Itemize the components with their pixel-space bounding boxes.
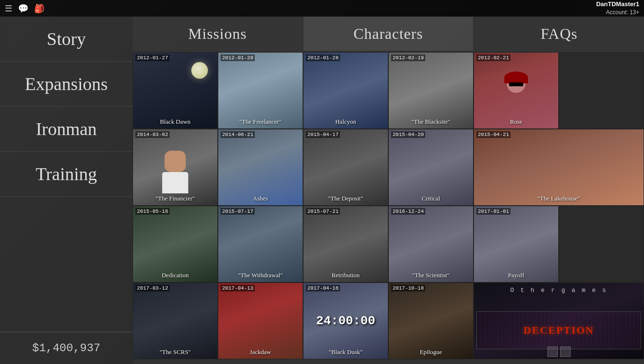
other-games-title: O t h e r g a m e s [474, 287, 644, 294]
empty-slot-2 [559, 206, 644, 282]
mission-blackdusk[interactable]: 2017-04-16 24:00:00 "Black Dusk" [303, 282, 388, 359]
tab-characters[interactable]: Characters [304, 17, 474, 51]
mission-payoff[interactable]: 2017-01-01 Payoff [474, 206, 559, 282]
top-bar: ☰ 💬 🎒 DanTDMaster1 Account: 13+ [0, 0, 644, 17]
timer: 24:00:00 [316, 314, 376, 328]
tab-missions[interactable]: Missions [133, 17, 304, 51]
mission-halcyon[interactable]: 2012-01-28 Halcyon [303, 52, 388, 129]
menu-icon[interactable]: ☰ [5, 3, 12, 14]
balance-display: $1,400,937 [0, 332, 133, 364]
user-info: DanTDMaster1 Account: 13+ [596, 0, 639, 17]
sidebar-item-training[interactable]: Training [0, 152, 133, 197]
username: DanTDMaster1 [596, 0, 639, 9]
mission-financier[interactable]: 2014-03-02 "The Financier" [133, 129, 218, 206]
deception-logo[interactable]: DECEPTION [476, 311, 641, 349]
mission-dedication[interactable]: 2015-05-16 Dedication [133, 206, 218, 282]
sidebar: Story Expansions Ironman Training $1,400… [0, 17, 133, 364]
backpack-icon[interactable]: 🎒 [34, 3, 45, 14]
mission-freelancer[interactable]: 2012-01-28 "The Freelancer" [218, 52, 303, 129]
mission-epilogue[interactable]: 2017-10-18 Epilogue [388, 282, 474, 359]
mission-jackdaw[interactable]: 2017-04-13 Jackdaw [218, 282, 303, 359]
empty-slot-1 [559, 52, 644, 129]
mission-rose[interactable]: 2012-02-21 Rose [474, 52, 559, 129]
mission-grid: 2012-01-27 Black Dawn 2012-01-28 "The Fr… [133, 52, 644, 364]
mission-retribution[interactable]: 2015-07-21 Retribution [303, 206, 388, 282]
tab-faqs[interactable]: FAQs [474, 17, 644, 51]
deception-title: DECEPTION [524, 324, 594, 337]
top-bar-icons: ☰ 💬 🎒 [5, 3, 45, 14]
icon-box-1[interactable] [547, 346, 558, 357]
mission-scrs[interactable]: 2017-03-12 "The SCRS" [133, 282, 218, 359]
small-icons [474, 346, 644, 357]
sidebar-item-story[interactable]: Story [0, 17, 133, 62]
mission-blacksite[interactable]: 2012-02-19 "The Blacksite" [388, 52, 474, 129]
mission-critical[interactable]: 2015-04-20 Critical [388, 129, 474, 206]
mission-deposit[interactable]: 2015-04-17 "The Deposit" [303, 129, 388, 206]
mission-black-dawn[interactable]: 2012-01-27 Black Dawn [133, 52, 218, 129]
icon-box-2[interactable] [560, 346, 571, 357]
mission-withdrawal[interactable]: 2015-07-17 "The Withdrawal" [218, 206, 303, 282]
sidebar-item-ironman[interactable]: Ironman [0, 107, 133, 152]
account-info: Account: 13+ [596, 9, 639, 17]
mission-ashes[interactable]: 2014-06-21 Ashes [218, 129, 303, 206]
sidebar-item-expansions[interactable]: Expansions [0, 62, 133, 107]
mission-scientist[interactable]: 2016-12-24 "The Scientist" [388, 206, 474, 282]
mission-lakehouse[interactable]: 2015-04-21 "The Lakehouse" [474, 129, 644, 206]
other-games[interactable]: O t h e r g a m e s DECEPTION [474, 282, 644, 359]
nav-tabs: Missions Characters FAQs [133, 17, 644, 52]
chat-icon[interactable]: 💬 [18, 3, 28, 14]
